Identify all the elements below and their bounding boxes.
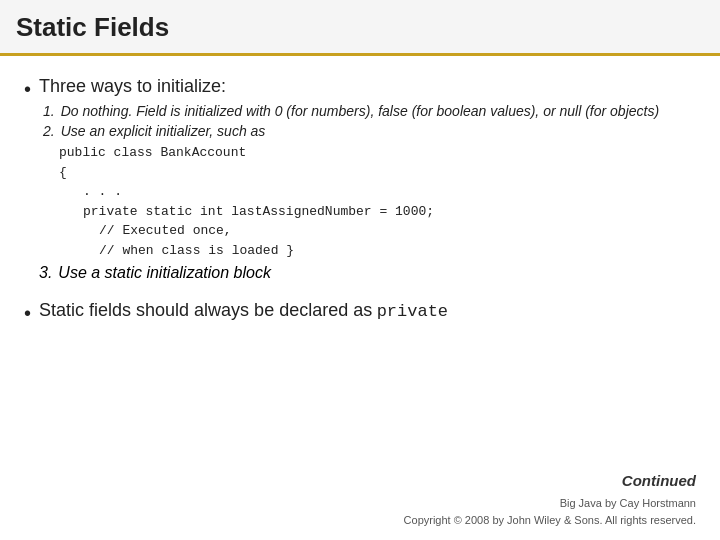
- list-item-1: 1. Do nothing. Field is initialized with…: [43, 103, 696, 119]
- bullet-2-content: Static fields should always be declared …: [39, 300, 696, 321]
- copyright-line-2: Copyright © 2008 by John Wiley & Sons. A…: [404, 512, 696, 529]
- list-text-2: Use an explicit initializer, such as: [61, 123, 266, 139]
- bullet-2-text: Static fields should always be declared …: [39, 300, 372, 320]
- copyright-line-1: Big Java by Cay Horstmann: [404, 495, 696, 512]
- list-text-1: Do nothing. Field is initialized with 0 …: [61, 103, 659, 119]
- continued-label: Continued: [622, 472, 696, 489]
- code-line-1: public class BankAccount: [59, 143, 696, 163]
- list-item-2: 2. Use an explicit initializer, such as: [43, 123, 696, 139]
- code-line-2: {: [59, 163, 696, 183]
- list-num-3: 3.: [39, 264, 52, 282]
- list-num-2: 2.: [43, 123, 55, 139]
- code-line-5: // Executed once,: [59, 221, 696, 241]
- code-line-6: // when class is loaded }: [59, 241, 696, 261]
- bullet-dot-2: •: [24, 302, 31, 325]
- footer: Continued Big Java by Cay Horstmann Copy…: [0, 472, 720, 540]
- bullet-1-content: Three ways to initialize: 1. Do nothing.…: [39, 76, 696, 282]
- numbered-list: 1. Do nothing. Field is initialized with…: [39, 103, 696, 139]
- copyright: Big Java by Cay Horstmann Copyright © 20…: [404, 495, 696, 528]
- bullet-2: • Static fields should always be declare…: [24, 300, 696, 325]
- slide-title: Static Fields: [16, 12, 169, 42]
- code-line-4: private static int lastAssignedNumber = …: [59, 202, 696, 222]
- slide-header: Static Fields: [0, 0, 720, 56]
- bullet-dot-1: •: [24, 78, 31, 101]
- bullet-1: • Three ways to initialize: 1. Do nothin…: [24, 76, 696, 282]
- slide-content: • Three ways to initialize: 1. Do nothin…: [0, 56, 720, 472]
- code-line-3: . . .: [59, 182, 696, 202]
- slide: Static Fields • Three ways to initialize…: [0, 0, 720, 540]
- bullet-2-inline-code: private: [377, 302, 448, 321]
- bullet-1-title: Three ways to initialize:: [39, 76, 696, 97]
- list-text-3: Use a static initialization block: [58, 264, 271, 282]
- code-block: public class BankAccount { . . . private…: [39, 143, 696, 260]
- list-num-1: 1.: [43, 103, 55, 119]
- list-item-3: 3. Use a static initialization block: [39, 264, 696, 282]
